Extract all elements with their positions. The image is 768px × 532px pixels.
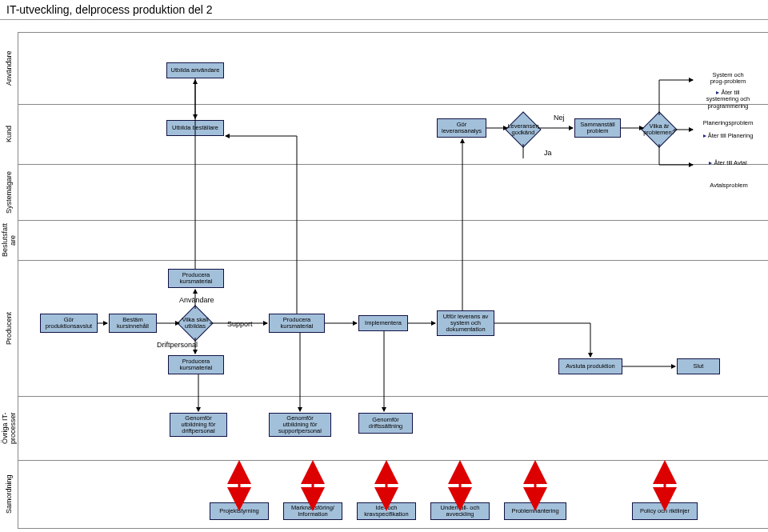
label-anvandare-branch: Användare [179, 296, 214, 304]
producera-km-top: Producera kursmaterial [168, 269, 224, 288]
genomfor-driftsattning: Genomför driftssättning [358, 413, 413, 434]
utbilda-bestallare: Utbilda beställare [166, 120, 224, 136]
lane-col-divider [18, 32, 18, 528]
bestam-kursinnehall: Bestäm kursinnehåll [109, 314, 157, 333]
lane-kund: Kund [0, 104, 18, 164]
title-divider [0, 19, 768, 20]
producera-km-bot: Producera kursmaterial [168, 355, 224, 374]
lane-border [18, 396, 768, 397]
underhall: Underhåll- och avveckling [430, 502, 490, 520]
genomfor-drift: Genomför utbildning för driftpersonal [170, 413, 227, 437]
page-title: IT-utveckling, delprocess produktion del… [6, 3, 213, 16]
ater-avtal-text: Åter till Avtal [714, 159, 746, 166]
projektstyrning: Projektstyrning [210, 502, 269, 520]
connector-overlay [0, 0, 768, 532]
vilka-ar-problemen-label: Vilka är problemen? [634, 117, 684, 142]
slut: Slut [677, 358, 720, 374]
label-ja: Ja [544, 149, 552, 157]
utfor-leverans: Utför leverans av system och dokumentati… [437, 310, 494, 336]
sammanstall-problem: Sammanställ problem [574, 118, 621, 138]
lane-top [18, 32, 768, 33]
system-prog-problem: System och prog-problem [696, 72, 760, 86]
ater-systemering: ▸ Åter till systemering och programmerin… [696, 90, 760, 110]
planeringsproblem: Planeringsproblem [696, 120, 760, 126]
leveransen-godkand-label: Leveransen godkänd [498, 117, 548, 142]
lane-anvandare: Användare [0, 32, 18, 104]
lane-border [18, 260, 768, 261]
vilka-skall-utbildas-label: Vilka skall utbildas [170, 310, 220, 336]
avsluta-produktion: Avsluta produktion [558, 358, 622, 374]
leveransen-godkand: Leveransen godkänd [510, 117, 536, 142]
gor-leveransanalys: Gör leveransanalys [437, 118, 486, 138]
ide-krav: Ide- och kravspecifikation [357, 502, 416, 520]
implementera: Implementera [358, 315, 408, 331]
policy-riktlinjer: Policy och riktlinjer [632, 502, 698, 520]
lane-bottom [18, 528, 768, 529]
gor-produktionsavslut: Gör produktionsavslut [40, 314, 98, 333]
lane-systemagare: Systemägare [0, 164, 18, 220]
ater-avtal: ▸ Åter till Avtal [696, 160, 760, 166]
vilka-ar-problemen: Vilka är problemen? [646, 117, 672, 142]
vilka-skall-utbildas: Vilka skall utbildas [182, 310, 208, 336]
problemhantering: Problemhantering [504, 502, 566, 520]
label-support-branch: Support [227, 320, 253, 328]
marknadsforing: Marknadsföring/ Information [283, 502, 342, 520]
producera-km-mid: Producera kursmaterial [269, 314, 325, 333]
label-nej: Nej [554, 114, 565, 122]
avtalsproblem: Avtalsproblem [701, 182, 757, 189]
lane-border [18, 220, 768, 221]
lane-border [18, 164, 768, 165]
lane-beslutsfattare: Beslutsfatt are [0, 220, 18, 260]
lane-samordning: Samordning [0, 460, 18, 528]
ater-systemering-text: Åter till systemering och programmering [706, 89, 750, 110]
lane-border [18, 460, 768, 461]
utbilda-anvandare: Utbilda användare [166, 62, 224, 78]
lane-border [18, 104, 768, 105]
label-driftpersonal-branch: Driftpersonal [157, 341, 198, 349]
ater-planering-text: Åter till Planering [708, 132, 754, 139]
lane-ovriga: Övriga IT- processer [0, 396, 18, 460]
ater-planering: ▸ Åter till Planering [696, 133, 760, 139]
genomfor-support: Genomför utbildning för supportpersonal [269, 413, 331, 437]
lane-producent: Producent [0, 260, 18, 396]
